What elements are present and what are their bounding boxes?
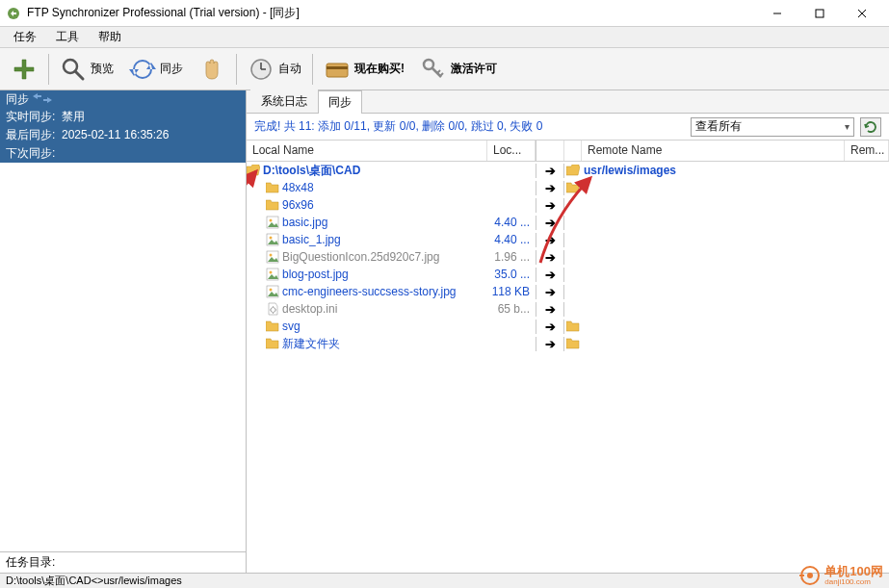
image-file-icon	[266, 285, 279, 298]
menu-task[interactable]: 任务	[4, 27, 46, 47]
tab-sync[interactable]: 同步	[318, 90, 362, 114]
folder-icon	[566, 338, 580, 349]
file-name: cmc-engineers-succsess-story.jpg	[282, 285, 457, 298]
file-size: 118 KB	[487, 285, 536, 298]
remote-icon-cell	[564, 182, 582, 193]
list-row[interactable]: 新建文件夹➔	[247, 335, 889, 352]
stop-button[interactable]	[192, 51, 232, 88]
folder-icon	[566, 182, 580, 193]
col-local-size[interactable]: Loc...	[487, 141, 536, 161]
list-header: Local Name Loc... Remote Name Rem...	[247, 141, 889, 162]
file-name: 48x48	[282, 181, 314, 194]
add-button[interactable]	[4, 51, 44, 88]
tabs: 系统日志 同步	[247, 90, 889, 114]
svg-line-6	[75, 71, 83, 79]
arrow-icon: ➔	[536, 250, 564, 265]
svg-line-14	[437, 70, 440, 73]
file-name: blog-post.jpg	[282, 268, 349, 281]
file-size: 1.96 ...	[487, 250, 536, 264]
svg-point-17	[270, 219, 273, 222]
list-row[interactable]: cmc-engineers-succsess-story.jpg118 KB➔	[247, 283, 889, 300]
task-title: 同步	[6, 91, 29, 108]
arrow-icon: ➔	[536, 164, 564, 178]
list-body[interactable]: D:\tools\桌面\CAD ➔ usr/lewis/images 48x48…	[247, 162, 889, 573]
svg-point-28	[807, 573, 813, 578]
realtime-row: 实时同步: 禁用	[0, 108, 246, 126]
menu-help[interactable]: 帮助	[89, 27, 131, 47]
status-row: 完成! 共 11: 添加 0/11, 更新 0/0, 删除 0/0, 跳过 0,…	[247, 114, 889, 141]
svg-point-23	[270, 271, 273, 274]
image-file-icon	[266, 268, 279, 281]
file-size: 65 b...	[487, 302, 536, 316]
statusbar: D:\tools\桌面\CAD<>usr/lewis/images	[0, 573, 889, 588]
sync-direction-icon	[33, 92, 52, 106]
col-direction[interactable]	[536, 141, 564, 161]
svg-point-25	[270, 289, 273, 292]
svg-rect-10	[327, 64, 348, 77]
arrow-icon: ➔	[536, 198, 564, 213]
key-icon	[420, 56, 447, 83]
buy-label: 现在购买!	[354, 61, 405, 77]
file-name: desktop.ini	[282, 302, 337, 316]
auto-button[interactable]: 自动	[241, 51, 308, 88]
minimize-button[interactable]	[756, 0, 798, 27]
remote-root-path: usr/lewis/images	[582, 164, 845, 177]
license-button[interactable]: 激活许可	[413, 51, 504, 88]
col-remote-size[interactable]: Rem...	[845, 141, 889, 161]
image-file-icon	[266, 250, 279, 264]
refresh-button[interactable]	[860, 117, 881, 137]
arrow-icon: ➔	[536, 216, 564, 230]
list-row[interactable]: desktop.ini65 b...➔	[247, 300, 889, 318]
lastsync-row: 最后同步: 2025-02-11 16:35:26	[0, 126, 246, 144]
maximize-button[interactable]	[798, 0, 841, 27]
list-row[interactable]: blog-post.jpg35.0 ...➔	[247, 266, 889, 283]
window-buttons	[756, 0, 883, 27]
buy-button[interactable]: 现在购买!	[317, 51, 411, 88]
view-filter-dropdown[interactable]: 查看所有 ▾	[691, 117, 854, 137]
remote-icon-cell	[564, 338, 582, 349]
task-header[interactable]: 同步	[0, 90, 246, 108]
col-remote-name[interactable]: Remote Name	[582, 141, 845, 161]
menubar: 任务 工具 帮助	[0, 27, 889, 48]
file-name: basic_1.jpg	[282, 233, 341, 246]
main-area: 同步 实时同步: 禁用 最后同步: 2025-02-11 16:35:26 下次…	[0, 90, 889, 573]
remote-icon-cell	[564, 320, 582, 332]
sync-icon	[129, 56, 156, 83]
auto-label: 自动	[278, 61, 301, 77]
list-row[interactable]: svg➔	[247, 318, 889, 335]
toolbar-separator	[48, 54, 49, 85]
close-button[interactable]	[841, 0, 883, 27]
arrow-icon: ➔	[536, 320, 564, 334]
nextsync-label: 下次同步:	[6, 146, 55, 160]
svg-rect-11	[327, 66, 348, 69]
svg-rect-2	[816, 10, 824, 17]
tab-syslog[interactable]: 系统日志	[250, 89, 318, 113]
app-icon	[6, 6, 21, 21]
list-row[interactable]: 48x48➔	[247, 179, 889, 196]
refresh-icon	[864, 120, 877, 134]
toolbar-separator	[312, 54, 313, 85]
preview-button[interactable]: 预览	[53, 51, 120, 88]
folder-icon	[266, 199, 279, 211]
list-row[interactable]: BigQuestionIcon.25d920c7.jpg1.96 ...➔	[247, 248, 889, 266]
sync-button[interactable]: 同步	[122, 51, 190, 88]
left-blank	[0, 163, 246, 573]
menu-tools[interactable]: 工具	[46, 27, 89, 47]
folder-icon	[266, 320, 279, 332]
right-panel: 系统日志 同步 完成! 共 11: 添加 0/11, 更新 0/0, 删除 0/…	[247, 90, 889, 573]
svg-line-15	[440, 73, 443, 76]
open-folder-icon	[566, 165, 580, 176]
file-size: 4.40 ...	[487, 233, 536, 246]
list-row[interactable]: basic.jpg4.40 ...➔	[247, 214, 889, 231]
file-name: 新建文件夹	[282, 336, 340, 352]
folder-icon	[266, 182, 279, 193]
sync-label: 同步	[160, 61, 183, 77]
card-icon	[324, 56, 351, 83]
col-local-name[interactable]: Local Name	[247, 141, 487, 161]
arrow-icon: ➔	[536, 337, 564, 351]
list-row[interactable]: basic_1.jpg4.40 ...➔	[247, 231, 889, 248]
list-row-root[interactable]: D:\tools\桌面\CAD ➔ usr/lewis/images	[247, 162, 889, 179]
watermark-brand: 单机100网	[824, 566, 883, 577]
list-row[interactable]: 96x96➔	[247, 196, 889, 214]
statusbar-path: D:\tools\桌面\CAD<>usr/lewis/images	[6, 574, 182, 588]
